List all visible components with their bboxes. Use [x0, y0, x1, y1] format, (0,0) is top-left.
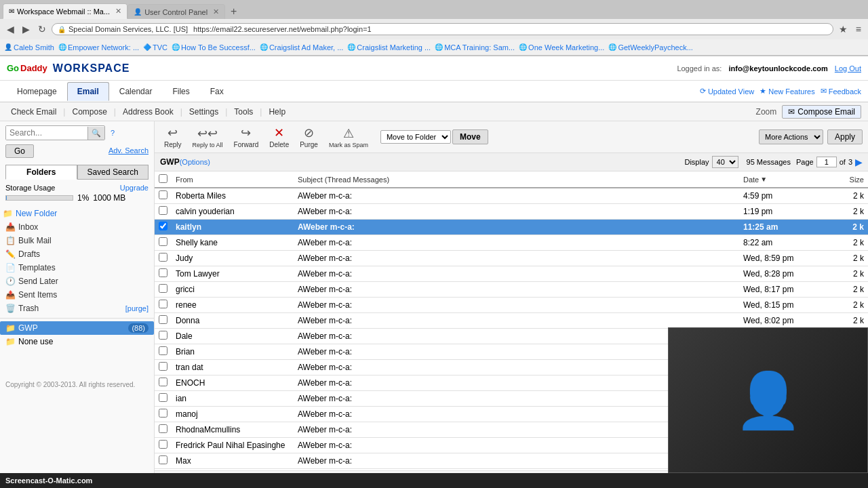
reload-button[interactable]: ↻: [35, 22, 49, 36]
bookmark-caleb[interactable]: 👤 Caleb Smith: [4, 43, 54, 52]
apply-button[interactable]: Apply: [827, 129, 863, 144]
new-features-link[interactable]: ★ New Features: [760, 87, 814, 96]
th-subject[interactable]: Subject (Thread Messages): [294, 171, 739, 188]
row-checkbox[interactable]: [159, 237, 167, 246]
table-row[interactable]: Donna AWeber m-c-a: Wed, 8:02 pm 2 k: [155, 313, 868, 329]
row-checkbox[interactable]: [159, 362, 167, 371]
row-checkbox[interactable]: [159, 190, 167, 199]
updated-view-link[interactable]: ⟳ Updated View: [700, 87, 754, 96]
tab-workspace[interactable]: ✉ Workspace Webmail :: Ma... ✕: [3, 3, 127, 19]
tools-link[interactable]: Tools: [230, 106, 257, 118]
address-book-link[interactable]: Address Book: [119, 106, 178, 118]
folder-inbox[interactable]: 📥 Inbox: [0, 220, 154, 234]
folder-templates[interactable]: 📄 Templates: [0, 261, 154, 274]
mark-as-spam-button[interactable]: ⚠ Mark as Spam: [325, 125, 372, 150]
table-row[interactable]: gricci AWeber m-c-a: Wed, 8:17 pm 2 k: [155, 282, 868, 298]
bookmark-tvc[interactable]: 🔷 TVC: [143, 43, 167, 52]
table-row[interactable]: kaitlyn AWeber m-c-a: 11:25 am 2 k: [155, 220, 868, 235]
bookmark-craigslist2[interactable]: 🌐 Craigslist Marketing ...: [347, 43, 431, 52]
purge-link[interactable]: [purge]: [125, 304, 149, 312]
table-row[interactable]: Tom Lawyer AWeber m-c-a: Wed, 8:28 pm 2 …: [155, 266, 868, 282]
tab-email[interactable]: Email: [67, 82, 109, 101]
forward-button[interactable]: ↪ Forward: [230, 124, 263, 150]
feedback-link[interactable]: ✉ Feedback: [821, 87, 861, 96]
reply-button[interactable]: ↩ Reply: [160, 124, 186, 150]
bookmark-empower[interactable]: 🌐 Empower Network: ...: [58, 43, 139, 52]
row-checkbox[interactable]: [159, 222, 167, 230]
tab-close-2[interactable]: ✕: [213, 7, 219, 16]
table-row[interactable]: renee AWeber m-c-a: Wed, 8:15 pm 2 k: [155, 298, 868, 313]
logout-button[interactable]: Log Out: [835, 64, 861, 73]
tab-homepage[interactable]: Homepage: [7, 82, 67, 101]
select-all-checkbox[interactable]: [159, 174, 167, 183]
next-page-button[interactable]: ▶: [855, 157, 863, 167]
th-size[interactable]: Size: [834, 171, 868, 188]
reply-all-button[interactable]: ↩↩ Reply to All: [189, 125, 227, 150]
display-count-select[interactable]: 40: [712, 156, 738, 168]
tab-close-1[interactable]: ✕: [115, 7, 121, 16]
row-checkbox[interactable]: [159, 268, 167, 277]
row-checkbox[interactable]: [159, 284, 167, 293]
tab-controlpanel[interactable]: 👤 User Control Panel ✕: [127, 4, 225, 19]
row-checkbox[interactable]: [159, 424, 167, 433]
row-checkbox[interactable]: [159, 315, 167, 324]
th-from[interactable]: From: [172, 171, 294, 188]
bookmark-oneweek[interactable]: 🌐 One Week Marketing...: [519, 43, 604, 52]
row-checkbox[interactable]: [159, 331, 167, 340]
folder-drafts[interactable]: ✏️ Drafts: [0, 247, 154, 261]
folder-send-later[interactable]: 🕐 Send Later: [0, 274, 154, 288]
row-checkbox[interactable]: [159, 393, 167, 402]
address-bar[interactable]: 🔒 Special Domain Services, LLC. [US] htt…: [52, 23, 833, 35]
settings-link[interactable]: Settings: [185, 106, 222, 118]
purge-button[interactable]: ⊘ Purge: [296, 124, 322, 150]
go-button[interactable]: Go: [5, 144, 34, 158]
bookmark-howto[interactable]: 🌐 How To Be Successf...: [172, 43, 256, 52]
row-checkbox[interactable]: [159, 378, 167, 386]
page-input[interactable]: [816, 157, 837, 167]
bookmark-star[interactable]: ★: [836, 22, 850, 36]
table-row[interactable]: calvin youderian AWeber m-c-a: 1:19 pm 2…: [155, 204, 868, 220]
th-date[interactable]: Date ▼: [739, 171, 834, 188]
bookmark-craigslist1[interactable]: 🌐 Craigslist Ad Maker, ...: [260, 43, 343, 52]
row-checkbox[interactable]: [159, 300, 167, 308]
check-email-link[interactable]: Check Email: [7, 106, 60, 118]
tab-files[interactable]: Files: [162, 82, 199, 101]
search-button[interactable]: 🔍: [87, 127, 104, 140]
help-link[interactable]: Help: [264, 106, 290, 118]
search-help-button[interactable]: ?: [108, 127, 117, 138]
tab-fax[interactable]: Fax: [200, 82, 234, 101]
row-checkbox[interactable]: [159, 253, 167, 262]
bookmark-mca[interactable]: 🌐 MCA Training: Sam...: [435, 43, 515, 52]
upgrade-link[interactable]: Upgrade: [120, 184, 149, 192]
adv-search-link[interactable]: Adv. Search: [108, 146, 149, 155]
folder-bulk-mail[interactable]: 📋 Bulk Mail: [0, 234, 154, 247]
back-button[interactable]: ◀: [4, 22, 17, 36]
move-button[interactable]: Move: [452, 129, 488, 144]
sidebar-tab-saved[interactable]: Saved Search: [77, 165, 149, 180]
folder-sent-items[interactable]: 📤 Sent Items: [0, 288, 154, 302]
row-checkbox[interactable]: [159, 440, 167, 449]
folder-none-use[interactable]: 📁 None use: [0, 335, 154, 348]
compose-email-button[interactable]: ✉ Compose Email: [782, 105, 861, 119]
tab-calendar[interactable]: Calendar: [109, 82, 163, 101]
row-checkbox[interactable]: [159, 409, 167, 418]
table-row[interactable]: Judy AWeber m-c-a: Wed, 8:59 pm 2 k: [155, 251, 868, 266]
row-checkbox[interactable]: [159, 206, 167, 215]
delete-button[interactable]: ✕ Delete: [265, 124, 293, 150]
row-checkbox[interactable]: [159, 346, 167, 355]
sidebar-tab-folders[interactable]: Folders: [5, 165, 77, 180]
settings-icon[interactable]: ≡: [853, 22, 864, 36]
move-to-folder-select[interactable]: Move to Folder: [380, 130, 451, 144]
forward-button[interactable]: ▶: [20, 22, 33, 36]
folder-trash[interactable]: 🗑️ Trash [purge]: [0, 302, 154, 315]
options-link[interactable]: (Options): [180, 158, 210, 166]
folder-gwp[interactable]: 📁 GWP (88): [0, 321, 154, 335]
table-row[interactable]: Shelly kane AWeber m-c-a: 8:22 am 2 k: [155, 235, 868, 251]
search-input[interactable]: [6, 126, 87, 140]
row-checkbox[interactable]: [159, 455, 167, 464]
new-folder-item[interactable]: 📁 New Folder: [0, 207, 154, 220]
new-tab-button[interactable]: +: [225, 4, 242, 19]
bookmark-getweekly[interactable]: 🌐 GetWeeklyPaycheck...: [608, 43, 692, 52]
table-row[interactable]: Roberta Miles AWeber m-c-a: 4:59 pm 2 k: [155, 188, 868, 204]
more-actions-select[interactable]: More Actions: [759, 129, 823, 144]
